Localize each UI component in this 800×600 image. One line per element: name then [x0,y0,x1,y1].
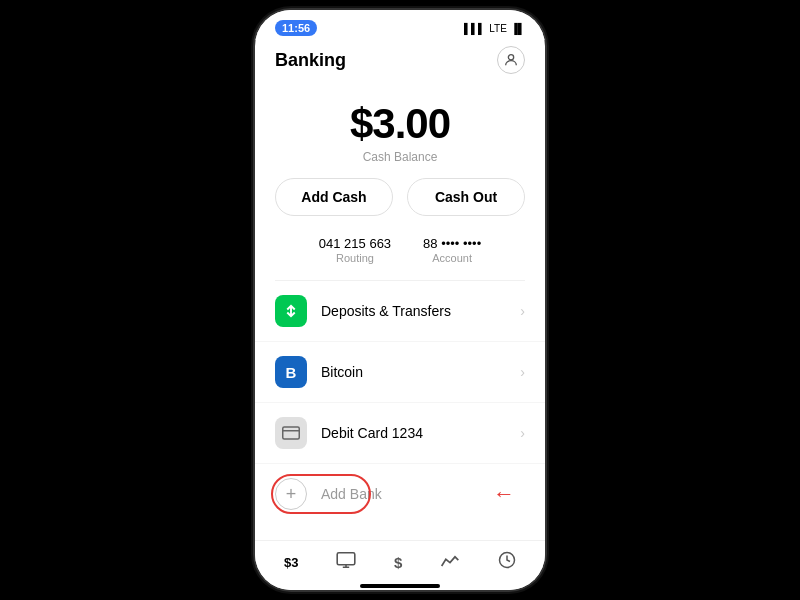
balance-label: Cash Balance [255,150,545,164]
debitcard-label: Debit Card 1234 [321,425,520,441]
routing-info: 041 215 663 Routing [319,236,391,264]
routing-number: 041 215 663 [319,236,391,251]
menu-list: Deposits & Transfers › B Bitcoin › Debit… [255,281,545,540]
menu-item-deposits[interactable]: Deposits & Transfers › [255,281,545,342]
svg-rect-1 [283,427,300,439]
status-icons: ▌▌▌ LTE ▐▌ [464,23,525,34]
debitcard-icon [275,417,307,449]
add-bank-label: Add Bank [321,486,382,502]
deposits-chevron: › [520,303,525,319]
balance-section: $3.00 Cash Balance [255,82,545,178]
account-number: 88 •••• •••• [423,236,481,251]
account-label: Account [423,252,481,264]
action-buttons: Add Cash Cash Out [255,178,545,232]
add-bank-plus-icon: + [275,478,307,510]
cash-out-button[interactable]: Cash Out [407,178,525,216]
nav-history[interactable] [498,551,516,574]
bitcoin-label: Bitcoin [321,364,520,380]
profile-avatar[interactable] [497,46,525,74]
nav-clock-icon [498,551,516,574]
plus-symbol: + [286,484,297,505]
balance-amount: $3.00 [255,100,545,148]
routing-section: 041 215 663 Routing 88 •••• •••• Account [255,232,545,280]
nav-tv-icon [336,552,356,573]
home-bar [360,584,440,588]
annotation-arrow: ← [493,481,515,507]
add-bank-item[interactable]: + Add Bank ← [255,464,545,524]
menu-item-debitcard[interactable]: Debit Card 1234 › [255,403,545,464]
nav-chart-icon [440,552,460,573]
menu-item-bitcoin[interactable]: B Bitcoin › [255,342,545,403]
nav-cash[interactable]: $ [394,554,402,571]
add-cash-button[interactable]: Add Cash [275,178,393,216]
header: Banking [255,40,545,82]
nav-balance-icon: $3 [284,555,298,570]
phone-frame: 11:56 ▌▌▌ LTE ▐▌ Banking $3.00 Cash Bala… [255,10,545,590]
battery-icon: ▐▌ [511,23,525,34]
bottom-nav: $3 $ [255,540,545,580]
deposits-icon [275,295,307,327]
nav-activity[interactable] [336,552,356,573]
routing-label: Routing [319,252,391,264]
signal-icon: ▌▌▌ [464,23,485,34]
account-info: 88 •••• •••• Account [423,236,481,264]
page-title: Banking [275,50,346,71]
svg-rect-3 [337,553,355,565]
nav-dollar-icon: $ [394,554,402,571]
network-label: LTE [489,23,507,34]
svg-point-0 [508,55,513,60]
status-bar: 11:56 ▌▌▌ LTE ▐▌ [255,10,545,40]
status-time: 11:56 [275,20,317,36]
bitcoin-icon: B [275,356,307,388]
debitcard-chevron: › [520,425,525,441]
nav-balance[interactable]: $3 [284,555,298,570]
deposits-label: Deposits & Transfers [321,303,520,319]
nav-invest[interactable] [440,552,460,573]
bitcoin-chevron: › [520,364,525,380]
home-indicator [255,580,545,590]
